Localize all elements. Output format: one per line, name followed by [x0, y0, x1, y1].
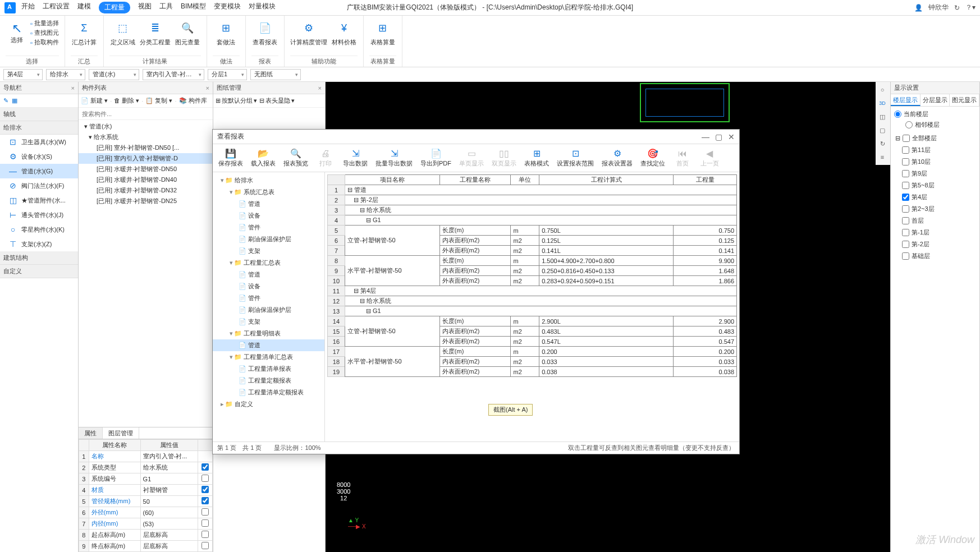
dlg-tool-12[interactable]: 🎯查找定位	[637, 147, 668, 169]
report-tree-item-8[interactable]: 📄管道	[213, 269, 324, 280]
menu-0[interactable]: 开始	[21, 2, 35, 13]
comp-tree-item-2[interactable]: [已用] 室外·衬塑钢管-DN50 [...	[79, 142, 213, 153]
comp-tree-item-1[interactable]: ▾ 给水系统	[79, 132, 213, 142]
vp-tool-3d[interactable]: 3D	[877, 98, 888, 109]
dlg-tool-0[interactable]: 💾保存报表	[215, 147, 246, 169]
ribbon-计算结果-2[interactable]: 🔍图元查量	[174, 19, 201, 47]
report-row-3[interactable]: 3 ⊟ 给水系统	[328, 205, 737, 215]
dlg-tool-6[interactable]: 📄导出到PDF	[417, 147, 455, 169]
ribbon-辅助功能-1[interactable]: ¥材料价格	[331, 19, 358, 47]
all-floors-header[interactable]: ⊟ 全部楼层	[891, 132, 979, 144]
comp-tool-2[interactable]: 📋 复制 ▾	[145, 96, 172, 105]
comp-tree-item-7[interactable]: [已用] 水暖井·衬塑钢管-DN25	[79, 196, 213, 206]
comp-tree-item-4[interactable]: [已用] 水暖井·衬塑钢管-DN50	[79, 164, 213, 174]
report-row-8[interactable]: 8水平管-衬塑钢管-50长度(m)m1.500+4.900+2.700+0.80…	[328, 256, 737, 266]
ribbon-报表-0[interactable]: 📄查看报表	[251, 19, 278, 47]
floor-1[interactable]: 第10层	[891, 156, 979, 168]
select-tool[interactable]: ↖ 选择	[6, 19, 28, 47]
menu-5[interactable]: 工具	[159, 2, 173, 13]
dlg-tool-11[interactable]: ⚙报表设置器	[598, 147, 636, 169]
report-row-13[interactable]: 13 ⊟ G1	[328, 306, 737, 316]
report-tree-item-12[interactable]: 📄支架	[213, 316, 324, 328]
tab-layer-display[interactable]: 分层显示	[921, 94, 950, 106]
nav-item-1-2[interactable]: —管道(水)(G)	[0, 164, 78, 178]
report-row-12[interactable]: 12 ⊟ 给水系统	[328, 296, 737, 306]
radio-current-floor[interactable]: 当前楼层	[894, 110, 976, 118]
layer-combo[interactable]: 分层1	[208, 69, 247, 80]
floor-0[interactable]: 第11层	[891, 144, 979, 156]
report-tree-item-10[interactable]: 📄管件	[213, 292, 324, 304]
prop-row-5[interactable]: 5管径规格(mm)50	[79, 496, 213, 507]
ribbon-计算结果-1[interactable]: ≣分类工程量	[140, 19, 171, 47]
prop-row-2[interactable]: 2系统类型给水系统	[79, 462, 213, 473]
component-search[interactable]	[79, 108, 213, 120]
report-table[interactable]: 项目名称工程量名称单位工程计算式工程量1⊟ 管道2 ⊟ 第-2层3 ⊟ 给水系统…	[325, 172, 739, 441]
nav-item-1-5[interactable]: ⊢通头管件(水)(J)	[0, 208, 78, 222]
menu-6[interactable]: BIM模型	[181, 2, 206, 13]
menu-2[interactable]: 建模	[77, 2, 91, 13]
dlg-tool-10[interactable]: ⊡设置报表范围	[553, 147, 597, 169]
report-tree-item-14[interactable]: 📄管道	[213, 339, 324, 351]
report-row-14[interactable]: 14立管-衬塑钢管-50长度(m)m2.900L2.900	[328, 316, 737, 326]
report-row-5[interactable]: 5立管-衬塑钢管-50长度(m)m0.750L0.750	[328, 226, 737, 236]
menu-7[interactable]: 变更模块	[214, 2, 241, 13]
nav-section-0[interactable]: 轴线	[0, 108, 78, 121]
report-tree-item-11[interactable]: 📄刷油保温保护层	[213, 304, 324, 316]
menu-3[interactable]: 工程量	[99, 2, 130, 13]
ribbon-表格算量-0[interactable]: ⊞表格算量	[369, 19, 396, 47]
pipe-combo[interactable]: 管道(水)	[89, 69, 139, 80]
report-tree-item-4[interactable]: 📄管件	[213, 222, 324, 233]
tab-properties[interactable]: 属性	[79, 427, 103, 439]
report-row-4[interactable]: 4 ⊟ G1	[328, 215, 737, 226]
tab-floor-display[interactable]: 楼层显示	[891, 94, 921, 106]
tab-element-display[interactable]: 图元显示	[950, 94, 979, 106]
floor-9[interactable]: 基础层	[891, 250, 979, 262]
comp-tool-1[interactable]: 🗑 删除 ▾	[114, 96, 139, 105]
report-tree-item-0[interactable]: ▾📁给排水	[213, 174, 324, 186]
prop-row-6[interactable]: 6外径(mm)(60)	[79, 507, 213, 518]
component-combo[interactable]: 室内引入管-衬…	[143, 69, 204, 80]
comp-tree-item-3[interactable]: [已用] 室内引入管·衬塑钢管-D	[79, 153, 213, 164]
prop-row-9[interactable]: 9终点标高(m)层底标高	[79, 541, 213, 552]
nav-section-3[interactable]: 自定义	[0, 265, 78, 278]
drawing-combo[interactable]: 无图纸	[250, 69, 301, 80]
report-row-2[interactable]: 2 ⊟ 第-2层	[328, 195, 737, 205]
report-row-11[interactable]: 11 ⊟ 第4层	[328, 286, 737, 296]
report-row-1[interactable]: 1⊟ 管道	[328, 185, 737, 195]
vp-tool-cube[interactable]: ◫	[877, 111, 888, 122]
report-tree-item-6[interactable]: 📄支架	[213, 245, 324, 257]
comp-tree-item-0[interactable]: ▾ 管道(水)	[79, 121, 213, 132]
close-icon[interactable]: ×	[206, 85, 209, 91]
group-default[interactable]: ⊞ 按默认分组 ▾	[216, 96, 257, 105]
nav-tool-add[interactable]: ✎	[3, 97, 8, 104]
user-name[interactable]: 钟欣华	[928, 3, 949, 12]
dlg-tool-2[interactable]: 🔍报表预览	[280, 147, 312, 169]
tab-layers[interactable]: 图层管理	[103, 427, 139, 439]
prop-row-1[interactable]: 1名称室内引入管-衬...	[79, 451, 213, 462]
floor-5[interactable]: 第2~3层	[891, 203, 979, 215]
floor-2[interactable]: 第9层	[891, 168, 979, 180]
close-icon[interactable]: ×	[318, 85, 322, 91]
floor-combo[interactable]: 第4层	[3, 69, 43, 80]
report-row-17[interactable]: 17水平管-衬塑钢管-50长度(m)m0.2000.200	[328, 347, 737, 357]
report-tree-item-13[interactable]: ▾📁工程量明细表	[213, 328, 324, 339]
vp-tool-select[interactable]: ○	[877, 84, 888, 95]
minimize-icon[interactable]: —	[702, 132, 709, 141]
radio-adjacent-floor[interactable]: 相邻楼层	[905, 121, 940, 129]
report-tree-item-17[interactable]: 📄工程量定额报表	[213, 375, 324, 387]
report-tree-item-9[interactable]: 📄设备	[213, 280, 324, 292]
nav-tool-grid[interactable]: ▦	[12, 97, 17, 104]
nav-item-1-1[interactable]: ⚙设备(水)(S)	[0, 149, 78, 164]
header-toggle[interactable]: ⊟ 表头显隐 ▾	[259, 96, 295, 105]
report-tree-item-2[interactable]: 📄管道	[213, 198, 324, 210]
menu-4[interactable]: 视图	[138, 2, 152, 13]
floor-8[interactable]: 第-2层	[891, 238, 979, 250]
nav-section-2[interactable]: 建筑结构	[0, 251, 78, 265]
floor-6[interactable]: 首层	[891, 215, 979, 227]
prop-row-4[interactable]: 4材质衬塑钢管	[79, 485, 213, 496]
nav-item-1-6[interactable]: ○零星构件(水)(K)	[0, 222, 78, 237]
report-tree-item-5[interactable]: 📄刷油保温保护层	[213, 233, 324, 245]
user-icon[interactable]: 👤	[914, 4, 923, 12]
report-tree-item-7[interactable]: ▾📁工程量汇总表	[213, 257, 324, 269]
report-tree-item-19[interactable]: ▸📁自定义	[213, 398, 324, 410]
